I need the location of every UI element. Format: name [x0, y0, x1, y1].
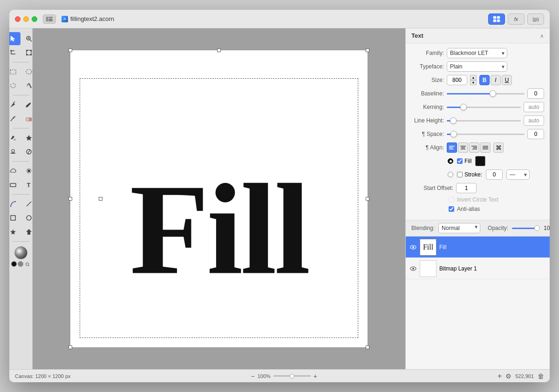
zoom-slider[interactable] — [273, 375, 311, 377]
size-down-button[interactable]: ▼ — [470, 80, 477, 85]
marquee-rect-tool[interactable] — [9, 65, 20, 78]
layer-visibility-fill[interactable] — [409, 243, 417, 251]
kerning-slider[interactable] — [447, 107, 521, 108]
align-right-button[interactable] — [469, 142, 479, 153]
align-center-button[interactable] — [458, 142, 468, 153]
stroke-checkbox[interactable] — [457, 172, 463, 177]
align-label: ¶ Align: — [411, 144, 444, 151]
close-button[interactable] — [15, 16, 20, 22]
svg-point-68 — [412, 268, 414, 270]
family-select[interactable]: Blackmoor LET — [447, 48, 507, 58]
fill-checkbox[interactable] — [457, 158, 463, 164]
stroke-checkbox-wrap: Stroke: — [457, 171, 482, 178]
stroke-select[interactable]: — — [506, 169, 530, 180]
crop-tool[interactable] — [9, 46, 20, 59]
adjustment-tool[interactable] — [21, 145, 33, 158]
baseline-slider[interactable] — [447, 93, 525, 95]
marquee-ellipse-tool[interactable] — [21, 65, 33, 78]
opacity-slider[interactable] — [512, 228, 540, 229]
eraser-tool[interactable] — [21, 112, 33, 125]
space-slider-wrap — [447, 134, 525, 135]
stamp-tool[interactable] — [9, 145, 20, 158]
left-mid-handle[interactable] — [99, 197, 102, 201]
bezier-tool[interactable] — [9, 197, 20, 210]
transform-tool[interactable] — [21, 46, 33, 59]
lineheight-slider[interactable] — [447, 120, 521, 122]
space-label: ¶ Space: — [411, 131, 444, 137]
shape-tool[interactable] — [21, 131, 33, 144]
tool-row-2 — [9, 46, 33, 59]
layer-item-fill[interactable]: Fill Fill — [406, 237, 550, 258]
zoom-small-tool[interactable] — [24, 261, 31, 268]
path-align-button[interactable]: ⌘ — [493, 142, 504, 153]
trash-button[interactable]: 🗑 — [538, 372, 544, 380]
cloud-shape-tool[interactable] — [9, 164, 20, 177]
box-shape-tool[interactable] — [9, 211, 20, 224]
baseline-label: Baseline: — [411, 90, 444, 97]
invert-circle-checkbox[interactable] — [449, 197, 454, 203]
align-justify-button[interactable] — [480, 142, 491, 153]
zoom-plus-icon[interactable]: + — [314, 372, 317, 380]
typeface-select[interactable]: Plain — [447, 61, 507, 72]
fill-color-swatch[interactable] — [475, 156, 485, 166]
p-panel-button[interactable]: (p) — [527, 14, 544, 25]
fx-panel-button[interactable]: fx — [508, 14, 525, 25]
select-tool[interactable] — [9, 32, 20, 45]
text-panel-collapse[interactable]: ∧ — [540, 33, 544, 39]
add-layer-button[interactable]: + — [498, 372, 502, 380]
layer-item-bitmap[interactable]: Bitmap Layer 1 — [406, 258, 550, 279]
typeface-row: Typeface: Plain ▼ — [411, 61, 544, 72]
pen-tool[interactable] — [9, 98, 20, 111]
align-left-button[interactable] — [447, 142, 457, 153]
start-offset-input[interactable]: 1 — [456, 183, 477, 193]
kerning-value[interactable] — [524, 102, 544, 112]
settings-button[interactable]: ⚙ — [505, 372, 511, 380]
rect-shape-tool[interactable] — [9, 178, 20, 191]
sidebar-toggle-button[interactable] — [43, 14, 56, 24]
stroke-input[interactable] — [486, 169, 503, 180]
tools-panel-button[interactable] — [488, 14, 505, 25]
underline-button[interactable]: U — [502, 75, 512, 85]
italic-button[interactable]: I — [491, 75, 501, 85]
vector-pen-tool[interactable] — [9, 112, 20, 125]
color-picker-button[interactable] — [14, 246, 27, 259]
foreground-color[interactable] — [11, 261, 17, 267]
tool-separator-3 — [13, 128, 29, 128]
fill-bucket-tool[interactable] — [9, 131, 20, 144]
maximize-button[interactable] — [32, 16, 37, 22]
space-value[interactable]: 0 — [527, 129, 544, 139]
zoom-minus-icon[interactable]: − — [251, 372, 254, 380]
minimize-button[interactable] — [23, 16, 29, 22]
svg-rect-42 — [10, 183, 16, 187]
background-color[interactable] — [18, 261, 23, 267]
size-up-button[interactable]: ▲ — [470, 75, 477, 80]
circle-shape-tool[interactable] — [21, 211, 33, 224]
opacity-label: Opacity: — [488, 225, 508, 231]
lasso-tool[interactable] — [9, 79, 20, 92]
svg-line-20 — [29, 83, 31, 88]
zoom-tool[interactable] — [21, 32, 33, 45]
svg-text:Fill: Fill — [130, 157, 309, 301]
text-tool[interactable]: T — [21, 178, 33, 191]
line-tool[interactable] — [21, 197, 33, 210]
lineheight-value[interactable] — [524, 115, 544, 126]
stroke-radio[interactable] — [448, 172, 453, 177]
arrow-shape-tool[interactable] — [21, 225, 33, 238]
svg-rect-3 — [48, 20, 53, 21]
bold-button[interactable]: B — [479, 75, 490, 85]
layer-visibility-bitmap[interactable] — [409, 265, 417, 272]
main-content: T — [9, 28, 550, 369]
blending-select[interactable]: Normal — [438, 223, 480, 233]
space-slider[interactable] — [447, 134, 525, 135]
fill-radio[interactable] — [448, 158, 453, 164]
antialias-checkbox[interactable] — [449, 206, 454, 212]
brush-tool[interactable] — [21, 98, 33, 111]
baseline-value[interactable]: 0 — [527, 88, 544, 99]
traffic-lights — [15, 16, 37, 22]
magic-wand-tool[interactable] — [21, 79, 33, 92]
size-input[interactable] — [447, 75, 467, 85]
canvas-area[interactable]: Fill — [33, 28, 405, 369]
star-shape-tool[interactable] — [9, 225, 20, 238]
align-row: ¶ Align: ⌘ — [411, 142, 544, 153]
sun-shape-tool[interactable] — [21, 164, 33, 177]
